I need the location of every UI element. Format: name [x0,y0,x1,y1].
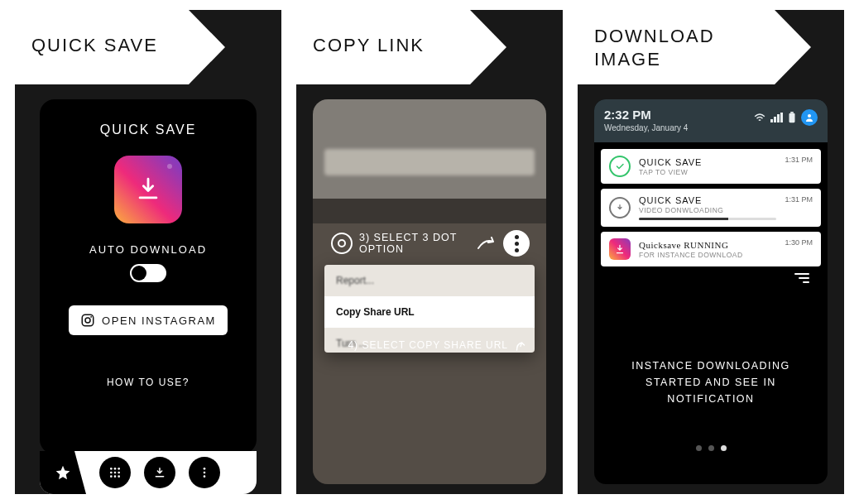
wifi-icon [754,113,765,122]
banner: COPY LINK [296,10,470,84]
download-icon [153,466,166,479]
notif-subtitle: TAP TO VIEW [639,168,776,176]
check-circle-icon [609,156,631,177]
battery-icon [788,112,796,123]
menu-item-report[interactable]: Report... [324,265,535,296]
notif-timestamp: 1:30 PM [785,238,813,247]
notification-item[interactable]: QUICK SAVE VIDEO DONWLOADING 1:31 PM [601,189,821,227]
svg-point-10 [114,475,117,478]
status-time: 2:32 PM [604,108,688,122]
up-arrow-icon [513,338,528,353]
screenshot-quick-save: QUICK SAVE QUICK SAVE AUTO DOWNLOAD OPEN… [15,10,281,494]
svg-point-3 [110,468,113,470]
device-frame: 3) SELECT 3 DOT OPTION Report... Copy Sh… [313,99,546,484]
svg-point-7 [114,472,117,474]
download-progress [639,218,776,220]
svg-point-12 [204,468,206,470]
screenshot-download-image: DOWNLOAD IMAGE 2:32 PM Wednesday, Januar… [578,10,844,494]
notif-timestamp: 1:31 PM [785,195,813,204]
person-icon [804,113,814,122]
star-icon [55,464,71,481]
step-3-text: 3) SELECT 3 DOT OPTION [359,232,470,255]
curved-arrow-icon [477,237,497,250]
download-icon [134,175,162,204]
tab-downloads[interactable] [144,457,175,488]
notif-title: QUICK SAVE [639,195,776,205]
more-vertical-icon [198,466,211,479]
banner: DOWNLOAD IMAGE [578,10,775,84]
step-3-callout: 3) SELECT 3 DOT OPTION [331,230,530,257]
banner-title: COPY LINK [313,35,425,56]
svg-point-1 [85,318,90,323]
instagram-icon [331,233,353,254]
user-avatar[interactable] [801,109,818,126]
status-icons [754,109,818,126]
banner-title: QUICK SAVE [31,35,158,56]
status-bar: 2:32 PM Wednesday, January 4 [594,99,828,142]
app-icon [114,156,182,223]
page-indicator [594,445,828,451]
bottom-tab-bar [40,451,257,494]
three-dot-button[interactable] [503,230,530,257]
blurred-background [313,223,546,484]
instagram-icon [80,313,95,328]
status-date: Wednesday, January 4 [604,123,688,132]
notif-title: Quicksave RUNNING [639,240,776,250]
svg-point-13 [204,472,206,474]
dot[interactable] [708,445,714,451]
svg-point-4 [114,468,117,470]
notif-subtitle: FOR INSTANCE DOWNLOAD [639,251,776,259]
notif-timestamp: 1:31 PM [785,156,813,164]
dot-active[interactable] [721,445,727,451]
tab-more[interactable] [189,457,220,488]
svg-point-6 [110,472,113,474]
menu-item-copy-url[interactable]: Copy Share URL [324,296,535,328]
svg-point-2 [90,316,92,318]
svg-point-8 [118,472,120,474]
svg-point-11 [118,475,120,478]
notification-list: QUICK SAVE TAP TO VIEW 1:31 PM QUICK SAV… [594,142,828,290]
svg-point-9 [110,475,113,478]
open-instagram-button[interactable]: OPEN INSTAGRAM [69,305,228,335]
dot[interactable] [696,445,702,451]
screenshot-copy-link: COPY LINK 3) SELECT 3 DOT OPTION Report.… [296,10,563,494]
body-message: INSTANCE DOWNLOADING STARTED AND SEE IN … [594,358,828,407]
svg-point-17 [808,114,811,118]
open-instagram-label: OPEN INSTAGRAM [102,314,216,327]
tab-grid[interactable] [99,457,131,488]
svg-rect-15 [789,113,795,122]
notification-item[interactable]: QUICK SAVE TAP TO VIEW 1:31 PM [601,149,821,184]
app-icon [609,238,631,260]
notification-item[interactable]: Quicksave RUNNING FOR INSTANCE DOWNLOAD … [601,232,821,266]
banner-title: DOWNLOAD IMAGE [594,25,715,70]
svg-rect-16 [790,112,794,113]
tab-favorites[interactable] [40,451,86,494]
signal-icon [770,113,783,122]
svg-point-5 [118,468,120,470]
how-to-use-link[interactable]: HOW TO USE? [107,377,190,388]
app-title: QUICK SAVE [100,122,197,137]
device-frame: QUICK SAVE AUTO DOWNLOAD OPEN INSTAGRAM … [40,99,257,454]
device-frame: 2:32 PM Wednesday, January 4 QUICK SAVE [594,99,828,484]
notif-title: QUICK SAVE [639,157,776,167]
notif-subtitle: VIDEO DONWLOADING [639,206,776,214]
settings-lines-icon[interactable] [794,273,809,283]
grid-icon [108,466,122,479]
banner: QUICK SAVE [15,10,189,84]
auto-download-label: AUTO DOWNLOAD [89,243,207,256]
step-4-callout: 4) SELECT COPY SHARE URL [331,338,528,353]
blurred-text [324,149,535,175]
step-4-text: 4) SELECT COPY SHARE URL [348,339,508,351]
download-circle-icon [609,197,631,218]
auto-download-toggle[interactable] [130,264,166,282]
svg-point-14 [204,475,206,478]
